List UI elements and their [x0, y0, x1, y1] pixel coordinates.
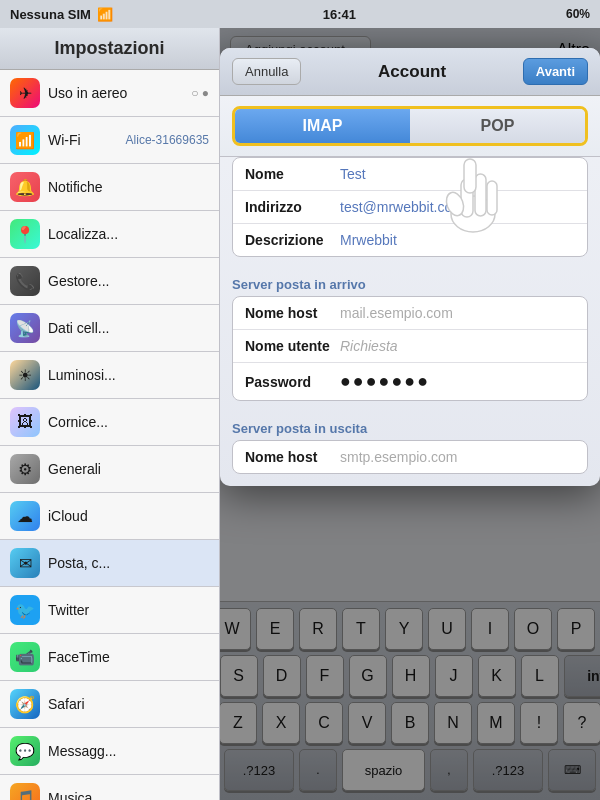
right-panel: Aggiungi account... Altro Posta Aggiungi…: [220, 28, 600, 800]
status-right: 60%: [566, 7, 590, 21]
cancel-button[interactable]: Annulla: [232, 58, 301, 85]
nome-host-out-row[interactable]: Nome host smtp.esempio.com: [233, 441, 587, 473]
sidebar-item-posta[interactable]: ✉ Posta, c...: [0, 540, 219, 587]
sidebar-label-luminosita: Luminosi...: [48, 367, 116, 383]
server-out-title: Server posta in uscita: [232, 413, 588, 440]
sidebar-item-messages[interactable]: 💬 Messagg...: [0, 728, 219, 775]
descrizione-label: Descrizione: [245, 232, 340, 248]
modal-overlay: Annulla Account Avanti IMAP POP: [220, 28, 600, 800]
sidebar-label-dati: Dati cell...: [48, 320, 109, 336]
server-in-title: Server posta in arrivo: [232, 269, 588, 296]
indirizzo-label: Indirizzo: [245, 199, 340, 215]
location-icon: 📍: [10, 219, 40, 249]
twitter-icon: 🐦: [10, 595, 40, 625]
nome-label: Nome: [245, 166, 340, 182]
sidebar-item-wifi[interactable]: 📶 Wi-Fi Alice-31669635: [0, 117, 219, 164]
general-icon: ⚙: [10, 454, 40, 484]
phone-icon: 📞: [10, 266, 40, 296]
password-row[interactable]: Password ●●●●●●●: [233, 363, 587, 400]
descrizione-row[interactable]: Descrizione Mrwebbit: [233, 224, 587, 256]
pop-toggle-btn[interactable]: POP: [410, 109, 585, 143]
safari-icon: 🧭: [10, 689, 40, 719]
sidebar-label-twitter: Twitter: [48, 602, 89, 618]
sidebar-label-posta: Posta, c...: [48, 555, 110, 571]
sidebar-item-icloud[interactable]: ☁ iCloud: [0, 493, 219, 540]
icloud-icon: ☁: [10, 501, 40, 531]
toggle-wrap: IMAP POP: [232, 106, 588, 146]
server-out-section: Server posta in uscita Nome host smtp.es…: [220, 413, 600, 486]
sidebar-label-facetime: FaceTime: [48, 649, 110, 665]
avanti-button[interactable]: Avanti: [523, 58, 588, 85]
facetime-icon: 📹: [10, 642, 40, 672]
sidebar-item-twitter[interactable]: 🐦 Twitter: [0, 587, 219, 634]
time-label: 16:41: [323, 7, 356, 22]
messages-icon: 💬: [10, 736, 40, 766]
nome-host-in-label: Nome host: [245, 305, 340, 321]
server-in-group: Nome host mail.esempio.com Nome utente R…: [232, 296, 588, 401]
sidebar-item-facetime[interactable]: 📹 FaceTime: [0, 634, 219, 681]
sidebar-label-notifiche: Notifiche: [48, 179, 102, 195]
indirizzo-row[interactable]: Indirizzo test@mrwebbit.com: [233, 191, 587, 224]
status-bar: Nessuna SIM 📶 16:41 60%: [0, 0, 600, 28]
sidebar-item-generali[interactable]: ⚙ Generali: [0, 446, 219, 493]
airplane-icon: ✈: [10, 78, 40, 108]
nome-utente-label: Nome utente: [245, 338, 340, 354]
wifi-value: Alice-31669635: [126, 133, 209, 147]
indirizzo-value: test@mrwebbit.com: [340, 199, 464, 215]
sidebar-label-wifi: Wi-Fi: [48, 132, 81, 148]
notif-icon: 🔔: [10, 172, 40, 202]
sidebar-item-luminosita[interactable]: ☀ Luminosi...: [0, 352, 219, 399]
nome-host-out-label: Nome host: [245, 449, 340, 465]
carrier-label: Nessuna SIM: [10, 7, 91, 22]
nome-utente-value: Richiesta: [340, 338, 398, 354]
sidebar-label-airplane: Uso in aereo: [48, 85, 127, 101]
form-main-section: Nome Test Indirizzo test@mrwebbit.com De…: [220, 157, 600, 269]
sidebar-item-cornice[interactable]: 🖼 Cornice...: [0, 399, 219, 446]
nome-row[interactable]: Nome Test: [233, 158, 587, 191]
nome-host-in-row[interactable]: Nome host mail.esempio.com: [233, 297, 587, 330]
server-in-section: Server posta in arrivo Nome host mail.es…: [220, 269, 600, 413]
sidebar-label-gestore: Gestore...: [48, 273, 109, 289]
status-left: Nessuna SIM 📶: [10, 7, 113, 22]
sidebar-item-gestore[interactable]: 📞 Gestore...: [0, 258, 219, 305]
nome-value: Test: [340, 166, 366, 182]
sidebar-label-localizza: Localizza...: [48, 226, 118, 242]
imap-toggle-btn[interactable]: IMAP: [235, 109, 410, 143]
modal-header: Annulla Account Avanti: [220, 48, 600, 96]
password-label: Password: [245, 374, 340, 390]
sidebar-item-safari[interactable]: 🧭 Safari: [0, 681, 219, 728]
sidebar-item-airplane[interactable]: ✈ Uso in aereo ○ ●: [0, 70, 219, 117]
sidebar-title: Impostazioni: [0, 28, 219, 70]
nome-host-in-value: mail.esempio.com: [340, 305, 453, 321]
wifi-icon: 📶: [97, 7, 113, 22]
dati-icon: 📡: [10, 313, 40, 343]
wifi-icon: 📶: [10, 125, 40, 155]
password-value: ●●●●●●●: [340, 371, 430, 392]
imap-pop-toggle-row: IMAP POP: [220, 96, 600, 157]
sidebar-item-localizza[interactable]: 📍 Localizza...: [0, 211, 219, 258]
music-icon: 🎵: [10, 783, 40, 800]
sidebar-item-notifiche[interactable]: 🔔 Notifiche: [0, 164, 219, 211]
sidebar-label-icloud: iCloud: [48, 508, 88, 524]
sidebar-label-cornice: Cornice...: [48, 414, 108, 430]
sidebar-item-dati[interactable]: 📡 Dati cell...: [0, 305, 219, 352]
nome-host-out-value: smtp.esempio.com: [340, 449, 457, 465]
main-fields-group: Nome Test Indirizzo test@mrwebbit.com De…: [232, 157, 588, 257]
sidebar-label-music: Musica: [48, 790, 92, 800]
modal-title: Account: [301, 62, 522, 82]
mail-icon: ✉: [10, 548, 40, 578]
settings-layout: Impostazioni ✈ Uso in aereo ○ ● 📶 Wi-Fi …: [0, 28, 600, 800]
sidebar-item-music[interactable]: 🎵 Musica: [0, 775, 219, 800]
bright-icon: ☀: [10, 360, 40, 390]
frame-icon: 🖼: [10, 407, 40, 437]
descrizione-value: Mrwebbit: [340, 232, 397, 248]
airplane-toggle[interactable]: ○ ●: [191, 86, 209, 100]
sidebar-label-messages: Messagg...: [48, 743, 116, 759]
sidebar-label-generali: Generali: [48, 461, 101, 477]
server-out-group: Nome host smtp.esempio.com: [232, 440, 588, 474]
account-modal: Annulla Account Avanti IMAP POP: [220, 48, 600, 486]
nome-utente-row[interactable]: Nome utente Richiesta: [233, 330, 587, 363]
battery-label: 60%: [566, 7, 590, 21]
sidebar: Impostazioni ✈ Uso in aereo ○ ● 📶 Wi-Fi …: [0, 28, 220, 800]
sidebar-label-safari: Safari: [48, 696, 85, 712]
